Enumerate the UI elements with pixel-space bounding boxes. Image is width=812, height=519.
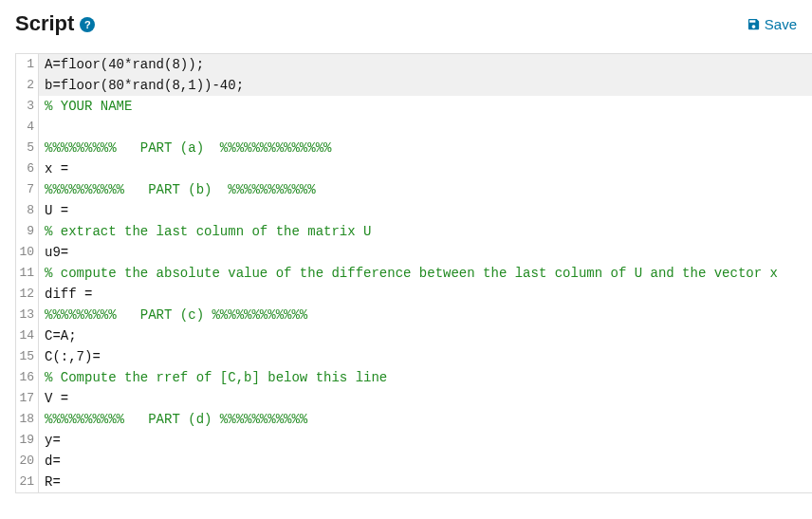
- code-content[interactable]: V =: [39, 388, 812, 409]
- line-number: 16: [16, 367, 39, 388]
- code-text: d=: [45, 454, 61, 469]
- code-text: C(:,7)=: [45, 349, 101, 364]
- save-label: Save: [765, 16, 797, 32]
- code-line[interactable]: 11% compute the absolute value of the di…: [16, 263, 812, 284]
- code-text: U =: [45, 203, 77, 218]
- code-text: A=floor(40*rand(8));: [45, 57, 204, 72]
- code-text: V =: [45, 391, 68, 406]
- code-line[interactable]: 15C(:,7)=: [16, 346, 812, 367]
- code-line[interactable]: 7%%%%%%%%%% PART (b) %%%%%%%%%%%: [16, 179, 812, 200]
- code-comment: % extract the last column of the matrix …: [45, 224, 371, 239]
- code-text: u9=: [45, 245, 68, 260]
- code-editor[interactable]: 1A=floor(40*rand(8));2b=floor(80*rand(8,…: [15, 53, 812, 493]
- code-comment: %%%%%%%%%% PART (d) %%%%%%%%%%%: [45, 412, 307, 427]
- save-button[interactable]: Save: [747, 16, 797, 32]
- code-content[interactable]: %%%%%%%%%% PART (b) %%%%%%%%%%%: [39, 179, 812, 200]
- code-content[interactable]: y=: [39, 430, 812, 451]
- code-content: b=floor(80*rand(8,1))-40;: [39, 75, 812, 96]
- code-comment: %%%%%%%%% PART (a) %%%%%%%%%%%%%%: [45, 140, 331, 156]
- line-number: 4: [16, 117, 39, 138]
- code-content[interactable]: % YOUR NAME: [39, 96, 812, 117]
- code-content[interactable]: %%%%%%%%% PART (a) %%%%%%%%%%%%%%: [39, 138, 812, 158]
- line-number: 11: [16, 263, 39, 284]
- code-content[interactable]: [39, 117, 812, 138]
- code-line[interactable]: 18%%%%%%%%%% PART (d) %%%%%%%%%%%: [16, 409, 812, 430]
- code-content[interactable]: %%%%%%%%% PART (c) %%%%%%%%%%%%: [39, 305, 812, 325]
- code-content[interactable]: u9=: [39, 242, 812, 263]
- header-bar: Script ? Save: [0, 0, 812, 53]
- code-content[interactable]: % Compute the rref of [C,b] below this l…: [39, 367, 812, 388]
- line-number: 12: [16, 284, 39, 305]
- code-content[interactable]: C=A;: [39, 325, 812, 346]
- title-wrap: Script ?: [15, 11, 95, 36]
- code-line[interactable]: 17V =: [16, 388, 812, 409]
- help-icon[interactable]: ?: [80, 17, 95, 32]
- line-number: 21: [16, 472, 39, 492]
- line-number: 17: [16, 388, 39, 409]
- line-number: 6: [16, 158, 39, 179]
- code-comment: % Compute the rref of [C,b] below this l…: [45, 370, 387, 385]
- code-line[interactable]: 5%%%%%%%%% PART (a) %%%%%%%%%%%%%%: [16, 138, 812, 158]
- code-comment: %%%%%%%%%% PART (b) %%%%%%%%%%%: [45, 182, 316, 197]
- code-line[interactable]: 13%%%%%%%%% PART (c) %%%%%%%%%%%%: [16, 305, 812, 325]
- line-number: 13: [16, 305, 39, 325]
- line-number: 3: [16, 96, 39, 117]
- line-number: 1: [16, 54, 39, 75]
- code-text: R=: [45, 474, 61, 490]
- save-icon: [747, 17, 761, 31]
- line-number: 19: [16, 430, 39, 451]
- code-content[interactable]: %%%%%%%%%% PART (d) %%%%%%%%%%%: [39, 409, 812, 430]
- line-number: 7: [16, 179, 39, 200]
- code-line[interactable]: 19y=: [16, 430, 812, 451]
- line-number: 20: [16, 451, 39, 472]
- code-text: y=: [45, 433, 61, 448]
- line-number: 14: [16, 325, 39, 346]
- code-content[interactable]: x =: [39, 158, 812, 179]
- page-title: Script: [15, 11, 74, 36]
- code-line: 2b=floor(80*rand(8,1))-40;: [16, 75, 812, 96]
- code-content: A=floor(40*rand(8));: [39, 54, 812, 75]
- code-content[interactable]: d=: [39, 451, 812, 472]
- code-line[interactable]: 6x =: [16, 158, 812, 179]
- code-line[interactable]: 20d=: [16, 451, 812, 472]
- code-content[interactable]: R=: [39, 472, 812, 492]
- code-line[interactable]: 14C=A;: [16, 325, 812, 346]
- line-number: 2: [16, 75, 39, 96]
- code-line[interactable]: 21R=: [16, 472, 812, 492]
- code-text: b=floor(80*rand(8,1))-40;: [45, 78, 244, 93]
- line-number: 8: [16, 200, 39, 221]
- code-line[interactable]: 12diff =: [16, 284, 812, 305]
- code-line[interactable]: 9% extract the last column of the matrix…: [16, 221, 812, 242]
- code-comment: % compute the absolute value of the diff…: [45, 266, 778, 281]
- code-content[interactable]: % extract the last column of the matrix …: [39, 221, 812, 242]
- code-line[interactable]: 4: [16, 117, 812, 138]
- code-content[interactable]: U =: [39, 200, 812, 221]
- line-number: 5: [16, 138, 39, 158]
- code-content[interactable]: % compute the absolute value of the diff…: [39, 263, 812, 284]
- line-number: 15: [16, 346, 39, 367]
- code-line: 1A=floor(40*rand(8));: [16, 54, 812, 75]
- code-line[interactable]: 3% YOUR NAME: [16, 96, 812, 117]
- line-number: 9: [16, 221, 39, 242]
- code-line[interactable]: 10u9=: [16, 242, 812, 263]
- code-text: C=A;: [45, 328, 77, 343]
- code-comment: %%%%%%%%% PART (c) %%%%%%%%%%%%: [45, 307, 307, 323]
- code-content[interactable]: C(:,7)=: [39, 346, 812, 367]
- code-content[interactable]: diff =: [39, 284, 812, 305]
- code-line[interactable]: 8U =: [16, 200, 812, 221]
- code-text: x =: [45, 161, 77, 176]
- code-line[interactable]: 16% Compute the rref of [C,b] below this…: [16, 367, 812, 388]
- code-text: diff =: [45, 287, 101, 302]
- line-number: 10: [16, 242, 39, 263]
- line-number: 18: [16, 409, 39, 430]
- code-comment: % YOUR NAME: [45, 99, 132, 114]
